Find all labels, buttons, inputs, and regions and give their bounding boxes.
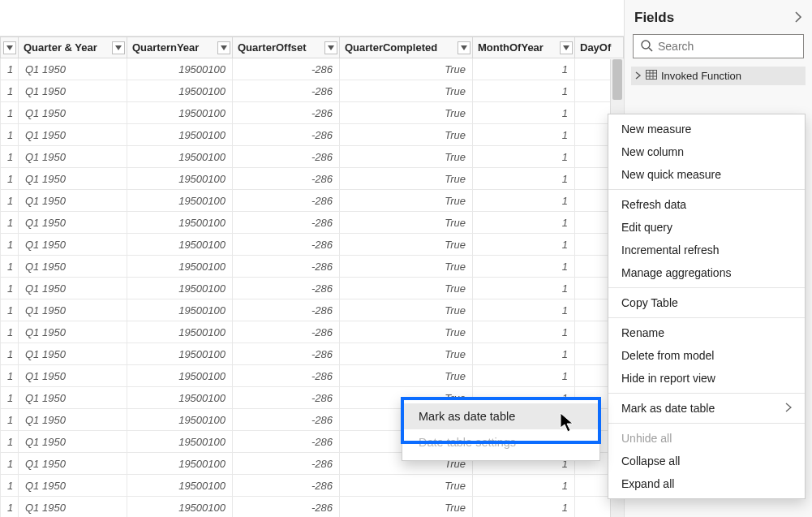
column-header-dayof[interactable]: DayOf xyxy=(575,37,624,58)
cell-quarter_year: Q1 1950 xyxy=(19,190,127,212)
table-row[interactable]: 1Q1 195019500100-286True1 xyxy=(1,190,624,212)
cell-quartercompleted: True xyxy=(340,365,473,387)
cell-rownum: 1 xyxy=(1,321,19,343)
menu-item-label: Incremental refresh xyxy=(621,243,720,256)
menu-item-rename[interactable]: Rename xyxy=(608,321,805,344)
table-row[interactable]: 1Q1 195019500100-286True1 xyxy=(1,168,624,190)
table-row[interactable]: 1Q1 195019500100-286True1 xyxy=(1,256,624,278)
table-row[interactable]: 1Q1 195019500100-286True1 xyxy=(1,475,624,497)
chevron-right-icon xyxy=(785,402,792,415)
table-row[interactable]: 1Q1 195019500100-286True1 xyxy=(1,146,624,168)
cell-monthofyear: 1 xyxy=(473,58,575,80)
table-row[interactable]: 1Q1 195019500100-286True1 xyxy=(1,234,624,256)
menu-separator xyxy=(608,393,805,394)
menu-item-new-column[interactable]: New column xyxy=(608,140,805,163)
field-tree-item-invoked-function[interactable]: Invoked Function xyxy=(631,67,806,85)
menu-item-new-measure[interactable]: New measure xyxy=(608,118,805,140)
cell-quarternyear: 19500100 xyxy=(127,475,233,497)
cell-quarteroffset: -286 xyxy=(233,278,340,299)
search-box[interactable] xyxy=(633,34,804,58)
table-row[interactable]: 1Q1 195019500100-286True1 xyxy=(1,58,624,80)
cell-quarter_year: Q1 1950 xyxy=(19,497,127,518)
cell-quarter_year: Q1 1950 xyxy=(19,387,127,409)
column-header-monthofyear[interactable]: MonthOfYear xyxy=(473,37,575,58)
chevron-right-icon[interactable] xyxy=(794,11,802,25)
cell-rownum: 1 xyxy=(1,278,19,299)
menu-item-incremental-refresh[interactable]: Incremental refresh xyxy=(608,239,805,261)
table-row[interactable]: 1Q1 195019500100-286True1 xyxy=(1,102,624,124)
cell-quarternyear: 19500100 xyxy=(127,256,233,278)
cell-quarter_year: Q1 1950 xyxy=(19,299,127,321)
menu-item-label: Copy Table xyxy=(621,296,678,309)
table-row[interactable]: 1Q1 195019500100-286True1 xyxy=(1,343,624,365)
cell-quarternyear: 19500100 xyxy=(127,80,233,102)
menu-item-new-quick-measure[interactable]: New quick measure xyxy=(608,163,805,186)
table-row[interactable]: 1Q1 195019500100-286True1 xyxy=(1,212,624,234)
menu-item-expand-all[interactable]: Expand all xyxy=(608,472,805,495)
table-row[interactable]: 1Q1 195019500100-286True1 xyxy=(1,278,624,299)
column-header-quarteroffset[interactable]: QuarterOffset xyxy=(233,37,340,58)
filter-dropdown-icon[interactable] xyxy=(217,41,230,54)
cell-quarter_year: Q1 1950 xyxy=(19,278,127,299)
cell-quarternyear: 19500100 xyxy=(127,124,233,146)
menu-item-copy-table[interactable]: Copy Table xyxy=(608,291,805,314)
cell-quarternyear: 19500100 xyxy=(127,321,233,343)
cell-quarter_year: Q1 1950 xyxy=(19,168,127,190)
cell-quartercompleted: True xyxy=(340,190,473,212)
cell-quarteroffset: -286 xyxy=(233,453,340,475)
menu-item-hide-in-report-view[interactable]: Hide in report view xyxy=(608,367,805,390)
cell-rownum: 1 xyxy=(1,431,19,453)
filter-dropdown-icon[interactable] xyxy=(3,41,16,54)
search-input[interactable] xyxy=(658,40,800,53)
cell-rownum: 1 xyxy=(1,256,19,278)
menu-item-refresh-data[interactable]: Refresh data xyxy=(608,193,805,216)
fields-pane-title: Fields xyxy=(634,10,674,26)
column-header-quartercompleted[interactable]: QuarterCompleted xyxy=(340,37,473,58)
cell-monthofyear: 1 xyxy=(473,278,575,299)
cell-quarter_year: Q1 1950 xyxy=(19,256,127,278)
cell-quarteroffset: -286 xyxy=(233,256,340,278)
cell-rownum: 1 xyxy=(1,168,19,190)
cell-monthofyear: 1 xyxy=(473,321,575,343)
column-header-quarter_year[interactable]: Quarter & Year xyxy=(19,37,127,58)
cell-quarternyear: 19500100 xyxy=(127,431,233,453)
menu-item-mark-as-date-table[interactable]: Mark as date table xyxy=(608,397,805,420)
submenu-item-mark-as-date-table[interactable]: Mark as date table xyxy=(402,403,599,429)
filter-dropdown-icon[interactable] xyxy=(324,41,337,54)
column-header-quarternyear[interactable]: QuarternYear xyxy=(127,37,233,58)
table-row[interactable]: 1Q1 195019500100-286True1 xyxy=(1,80,624,102)
table-row[interactable]: 1Q1 195019500100-286True1 xyxy=(1,124,624,146)
cell-quarter_year: Q1 1950 xyxy=(19,409,127,431)
cell-quarternyear: 19500100 xyxy=(127,146,233,168)
menu-item-manage-aggregations[interactable]: Manage aggregations xyxy=(608,261,805,284)
cell-quarteroffset: -286 xyxy=(233,343,340,365)
table-row[interactable]: 1Q1 195019500100-286True1 xyxy=(1,365,624,387)
scrollbar-thumb[interactable] xyxy=(612,59,622,100)
cell-quarternyear: 19500100 xyxy=(127,299,233,321)
table-row[interactable]: 1Q1 195019500100-286True1 xyxy=(1,321,624,343)
menu-item-label: Refresh data xyxy=(621,198,686,211)
menu-item-collapse-all[interactable]: Collapse all xyxy=(608,450,805,472)
column-header-rownum[interactable] xyxy=(1,37,19,58)
cell-quarternyear: 19500100 xyxy=(127,453,233,475)
table-row[interactable]: 1Q1 195019500100-286True1 xyxy=(1,299,624,321)
menu-item-delete-from-model[interactable]: Delete from model xyxy=(608,344,805,367)
cell-quarternyear: 19500100 xyxy=(127,387,233,409)
cell-monthofyear: 1 xyxy=(473,80,575,102)
cell-quartercompleted: True xyxy=(340,343,473,365)
cell-rownum: 1 xyxy=(1,146,19,168)
column-header-label: MonthOfYear xyxy=(478,41,543,54)
table-row[interactable]: 1Q1 195019500100-286True1 xyxy=(1,497,624,518)
filter-dropdown-icon[interactable] xyxy=(458,41,470,54)
filter-dropdown-icon[interactable] xyxy=(112,41,125,54)
cell-quarter_year: Q1 1950 xyxy=(19,321,127,343)
cell-quarter_year: Q1 1950 xyxy=(19,80,127,102)
column-header-label: QuarternYear xyxy=(132,41,199,54)
submenu-item-date-table-settings[interactable]: Date table settings xyxy=(402,429,599,455)
filter-dropdown-icon[interactable] xyxy=(560,41,573,54)
column-header-label: Quarter & Year xyxy=(24,41,97,54)
cell-quarteroffset: -286 xyxy=(233,365,340,387)
cell-monthofyear: 1 xyxy=(473,168,575,190)
cell-quarternyear: 19500100 xyxy=(127,497,233,518)
menu-item-edit-query[interactable]: Edit query xyxy=(608,216,805,239)
